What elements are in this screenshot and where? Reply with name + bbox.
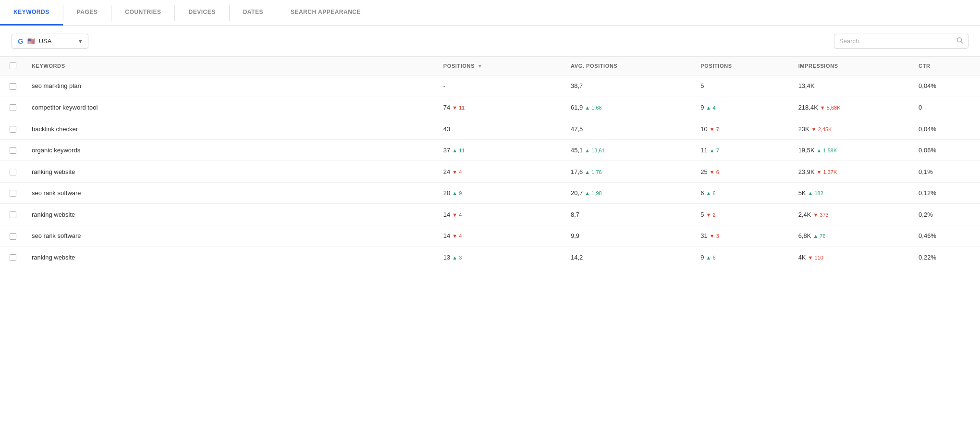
- row-checkbox-cell[interactable]: [0, 118, 24, 140]
- impressions-cell: 23K▼ 2,45K: [791, 118, 911, 140]
- keyword-cell: organic keywords: [24, 139, 436, 161]
- change-indicator: ▼ 373: [813, 212, 828, 218]
- impressions-cell: 19,5K▲ 1,58K: [791, 139, 911, 161]
- row-checkbox[interactable]: [10, 211, 16, 218]
- change-indicator: ▼ 3: [710, 233, 719, 239]
- table-row: seo markting plan - 38,7 5 13,4K 0,04%: [0, 75, 980, 97]
- avg-positions-cell: 8,7: [563, 204, 693, 225]
- positions-cell: 37▲ 11: [436, 139, 563, 161]
- search-button[interactable]: [956, 37, 963, 45]
- tab-countries[interactable]: COUNTRIES: [111, 0, 174, 25]
- row-checkbox-cell[interactable]: [0, 97, 24, 118]
- search-input[interactable]: [839, 37, 956, 45]
- svg-line-1: [961, 42, 963, 44]
- positions-cell: 13▲ 3: [436, 247, 563, 268]
- row-checkbox-cell[interactable]: [0, 75, 24, 97]
- table-row: organic keywords 37▲ 11 45,1▲ 13,61 11▲ …: [0, 139, 980, 161]
- change-indicator: ▲ 7: [710, 148, 719, 153]
- row-checkbox-cell[interactable]: [0, 247, 24, 268]
- header-positions2: POSITIONS: [693, 57, 790, 75]
- avg-positions-cell: 61,9▲ 1,68: [563, 97, 693, 118]
- avg-positions-cell: 9,9: [563, 225, 693, 247]
- impressions-cell: 13,4K: [791, 75, 911, 97]
- header-ctr: CTR: [911, 57, 980, 75]
- avg-positions-cell: 20,7▲ 1,98: [563, 182, 693, 204]
- keyword-cell: ranking website: [24, 161, 436, 183]
- search-box: [834, 34, 968, 49]
- impressions-cell: 6,8K▲ 76: [791, 225, 911, 247]
- row-checkbox[interactable]: [10, 254, 16, 261]
- row-checkbox[interactable]: [10, 169, 16, 175]
- change-indicator: ▲ 1,68: [585, 105, 601, 111]
- change-indicator: ▲ 6: [706, 190, 716, 196]
- positions-cell: -: [436, 75, 563, 97]
- row-checkbox[interactable]: [10, 104, 16, 111]
- main-container: KEYWORDS PAGES COUNTRIES DEVICES DATES S…: [0, 0, 980, 421]
- ctr-cell: 0,22%: [911, 247, 980, 268]
- impressions-cell: 23,9K▼ 1,37K: [791, 161, 911, 183]
- row-checkbox[interactable]: [10, 190, 16, 197]
- positions2-cell: 11▲ 7: [693, 139, 790, 161]
- header-positions[interactable]: POSITIONS ▾: [436, 57, 563, 75]
- change-indicator: ▼ 11: [452, 105, 465, 111]
- keyword-cell: ranking website: [24, 247, 436, 268]
- country-selector[interactable]: G 🇺🇸 USA ▾: [12, 34, 88, 49]
- row-checkbox[interactable]: [10, 233, 16, 240]
- table-row: seo rank software 20▲ 9 20,7▲ 1,98 6▲ 6 …: [0, 182, 980, 204]
- row-checkbox[interactable]: [10, 147, 16, 154]
- row-checkbox[interactable]: [10, 83, 16, 90]
- row-checkbox-cell[interactable]: [0, 161, 24, 183]
- change-indicator: ▲ 6: [706, 255, 716, 260]
- header-avg-positions: AVG. POSITIONS: [563, 57, 693, 75]
- tab-pages[interactable]: PAGES: [63, 0, 111, 25]
- avg-positions-cell: 47,5: [563, 118, 693, 140]
- change-indicator: ▼ 2,45K: [811, 126, 832, 132]
- keyword-cell: seo rank software: [24, 182, 436, 204]
- tab-search-appearance[interactable]: SEARCH APPEARANCE: [277, 0, 374, 25]
- positions-cell: 43: [436, 118, 563, 140]
- select-all-checkbox[interactable]: [10, 62, 16, 69]
- change-indicator: ▲ 76: [813, 233, 825, 239]
- row-checkbox-cell[interactable]: [0, 139, 24, 161]
- sort-icon: ▾: [478, 63, 482, 69]
- row-checkbox-cell[interactable]: [0, 225, 24, 247]
- change-indicator: ▲ 9: [452, 190, 462, 196]
- change-indicator: ▼ 1,37K: [817, 169, 837, 175]
- change-indicator: ▲ 3: [452, 255, 462, 260]
- change-indicator: ▼ 2: [706, 212, 716, 218]
- ctr-cell: 0,06%: [911, 139, 980, 161]
- positions-cell: 14▼ 4: [436, 204, 563, 225]
- change-indicator: ▲ 4: [706, 105, 716, 111]
- header-checkbox[interactable]: [0, 57, 24, 75]
- row-checkbox-cell[interactable]: [0, 204, 24, 225]
- change-indicator: ▲ 1,76: [585, 169, 601, 175]
- positions-cell: 20▲ 9: [436, 182, 563, 204]
- positions2-cell: 25▼ 6: [693, 161, 790, 183]
- positions-cell: 74▼ 11: [436, 97, 563, 118]
- row-checkbox-cell[interactable]: [0, 182, 24, 204]
- ctr-cell: 0: [911, 97, 980, 118]
- ctr-cell: 0,04%: [911, 118, 980, 140]
- tab-devices[interactable]: DEVICES: [175, 0, 229, 25]
- change-indicator: ▲ 11: [452, 148, 465, 153]
- change-indicator: ▼ 4: [452, 169, 462, 175]
- change-indicator: ▼ 7: [710, 126, 719, 132]
- avg-positions-cell: 45,1▲ 13,61: [563, 139, 693, 161]
- change-indicator: ▼ 110: [808, 255, 823, 260]
- row-checkbox[interactable]: [10, 126, 16, 133]
- ctr-cell: 0,2%: [911, 204, 980, 225]
- tab-keywords[interactable]: KEYWORDS: [0, 0, 63, 25]
- keyword-cell: seo markting plan: [24, 75, 436, 97]
- change-indicator: ▼ 5,68K: [820, 105, 841, 111]
- tab-dates[interactable]: DATES: [230, 0, 277, 25]
- table-row: seo rank software 14▼ 4 9,9 31▼ 3 6,8K▲ …: [0, 225, 980, 247]
- positions2-cell: 5: [693, 75, 790, 97]
- positions2-cell: 10▼ 7: [693, 118, 790, 140]
- header-impressions: IMPRESSIONS: [791, 57, 911, 75]
- keyword-cell: ranking website: [24, 204, 436, 225]
- change-indicator: ▼ 4: [452, 233, 462, 239]
- chevron-down-icon: ▾: [79, 37, 82, 45]
- impressions-cell: 4K▼ 110: [791, 247, 911, 268]
- table-row: competitor keyword tool 74▼ 11 61,9▲ 1,6…: [0, 97, 980, 118]
- table-row: backlink checker 43 47,5 10▼ 7 23K▼ 2,45…: [0, 118, 980, 140]
